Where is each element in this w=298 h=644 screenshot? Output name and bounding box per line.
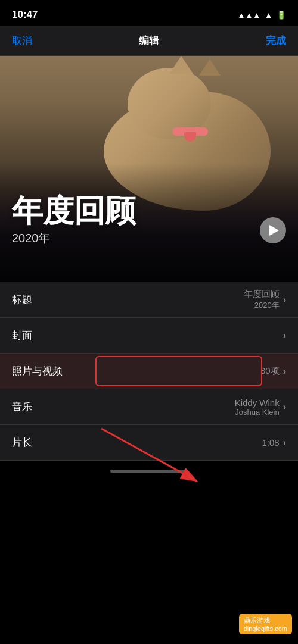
cancel-button[interactable]: 取消	[12, 34, 32, 48]
row-value-photos: 30项 ›	[260, 365, 286, 377]
settings-row-music[interactable]: 音乐 Kiddy Wink Joshua Klein ›	[0, 389, 298, 425]
row-main-val-photos: 30项	[260, 365, 280, 377]
status-bar: 10:47 ▲▲▲ ▲ 🔋	[0, 0, 298, 26]
chevron-photos: ›	[283, 366, 286, 377]
row-sub-val-title: 2020年	[244, 300, 280, 311]
row-sub-val-music: Joshua Klein	[235, 408, 280, 417]
highlight-border	[95, 356, 262, 386]
chevron-duration: ›	[283, 437, 286, 448]
battery-icon: 🔋	[277, 11, 286, 20]
settings-row-photos[interactable]: 照片与视频 30项 ›	[0, 354, 298, 389]
chevron-title: ›	[283, 295, 286, 305]
row-label-cover: 封面	[12, 329, 32, 342]
hero-subtitle: 2020年	[12, 230, 136, 246]
row-value-cover: ›	[283, 330, 286, 341]
play-icon	[269, 225, 279, 236]
chevron-cover: ›	[283, 330, 286, 341]
watermark: 鼎乐游戏dinglegifts.com	[239, 614, 292, 634]
hero-image: 年度回顾 2020年	[0, 56, 298, 282]
row-value-music-multi: Kiddy Wink Joshua Klein	[235, 398, 280, 417]
row-main-val-music: Kiddy Wink	[235, 398, 280, 408]
signal-icon: ▲▲▲	[238, 11, 261, 20]
row-label-duration: 片长	[12, 436, 32, 449]
nav-bar: 取消 编辑 完成	[0, 26, 298, 56]
settings-row-duration[interactable]: 片长 1:08 ›	[0, 425, 298, 461]
done-button[interactable]: 完成	[266, 34, 286, 48]
row-label-photos: 照片与视频	[12, 364, 63, 378]
status-time: 10:47	[12, 9, 38, 21]
cat-head	[128, 68, 211, 139]
hero-main-title: 年度回顾	[12, 194, 136, 228]
row-value-title: 年度回顾 2020年 ›	[244, 289, 286, 311]
cat-ear-right	[199, 59, 221, 76]
wifi-icon: ▲	[264, 10, 273, 20]
row-value-duration: 1:08 ›	[262, 437, 286, 448]
home-bar	[110, 470, 188, 473]
hero-text: 年度回顾 2020年	[12, 194, 136, 246]
row-main-val-duration: 1:08	[262, 437, 279, 448]
settings-row-cover[interactable]: 封面 ›	[0, 318, 298, 354]
row-value-music: Kiddy Wink Joshua Klein ›	[235, 398, 286, 417]
play-button[interactable]	[260, 217, 286, 243]
settings-row-title[interactable]: 标题 年度回顾 2020年 ›	[0, 282, 298, 318]
home-indicator	[0, 461, 298, 481]
settings-list: 标题 年度回顾 2020年 › 封面 › 照片与视频 30项 › 音乐 Kidd…	[0, 282, 298, 461]
row-main-val-title: 年度回顾	[244, 289, 280, 299]
row-label-music: 音乐	[12, 400, 32, 414]
chevron-music: ›	[283, 402, 286, 412]
status-icons: ▲▲▲ ▲ 🔋	[238, 10, 286, 20]
cat-ear-left	[169, 56, 193, 74]
row-value-title-multi: 年度回顾 2020年	[244, 289, 280, 311]
row-label-title: 标题	[12, 293, 32, 307]
nav-title: 编辑	[139, 34, 159, 48]
